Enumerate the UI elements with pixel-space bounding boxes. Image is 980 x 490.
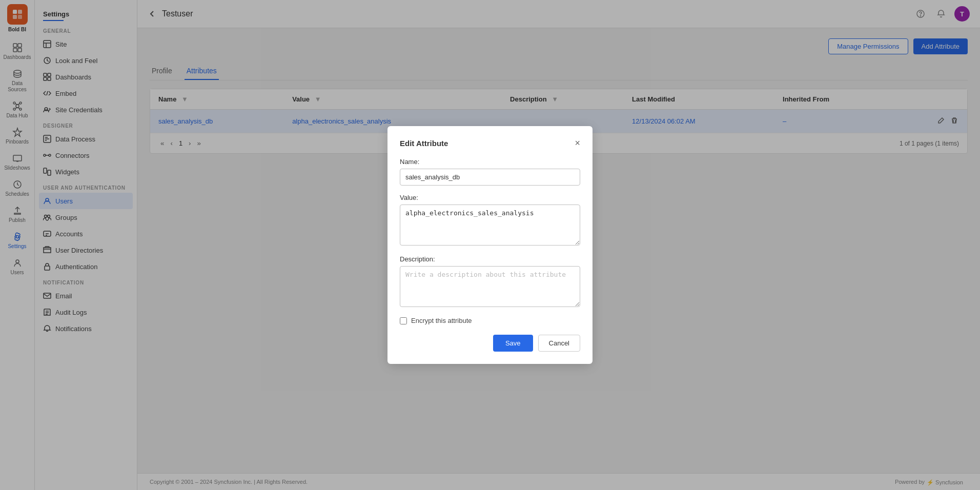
encrypt-checkbox-row: Encrypt this attribute (400, 317, 580, 324)
modal-title: Edit Attribute (400, 139, 448, 148)
encrypt-checkbox[interactable] (400, 317, 407, 324)
modal-close-button[interactable]: × (575, 138, 580, 148)
modal-overlay[interactable]: Edit Attribute × Name: Value: Descriptio… (0, 0, 980, 490)
cancel-button[interactable]: Cancel (538, 335, 580, 352)
save-button[interactable]: Save (493, 335, 533, 352)
edit-attribute-modal: Edit Attribute × Name: Value: Descriptio… (387, 126, 593, 364)
description-label: Description: (400, 255, 580, 263)
name-label: Name: (400, 158, 580, 166)
value-textarea[interactable] (400, 205, 580, 246)
modal-header: Edit Attribute × (400, 138, 580, 148)
description-textarea[interactable] (400, 266, 580, 307)
encrypt-label[interactable]: Encrypt this attribute (411, 317, 472, 324)
value-label: Value: (400, 194, 580, 201)
name-field-group: Name: (400, 158, 580, 186)
name-input[interactable] (400, 169, 580, 186)
description-field-group: Description: (400, 255, 580, 309)
value-field-group: Value: (400, 194, 580, 247)
modal-footer: Save Cancel (400, 335, 580, 352)
